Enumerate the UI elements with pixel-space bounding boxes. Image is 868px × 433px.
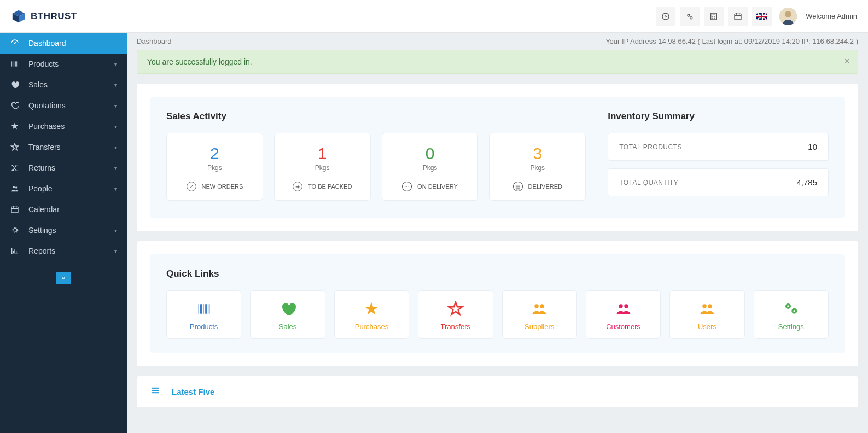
quick-link-suppliers[interactable]: Suppliers: [502, 290, 577, 339]
heart-outline-icon: [10, 101, 20, 110]
content: Dashboard Your IP Address 14.98.66.42 ( …: [127, 33, 868, 433]
sidebar-item-sales[interactable]: Sales ▾: [0, 74, 127, 95]
quick-link-label: Users: [674, 323, 739, 331]
sidebar-item-products[interactable]: Products ▾: [0, 54, 127, 74]
user-avatar[interactable]: [779, 8, 797, 25]
quick-link-products[interactable]: Products: [166, 290, 241, 339]
check-circle-icon: ✓: [187, 182, 196, 191]
sidebar-item-reports[interactable]: Reports ▾: [0, 241, 127, 261]
logo[interactable]: BTHRUST: [11, 9, 77, 24]
welcome-text[interactable]: Welcome Admin: [806, 12, 857, 20]
stat-label: NEW ORDERS: [202, 183, 243, 190]
stat-value: 2: [172, 144, 257, 163]
ip-info: Your IP Address 14.98.66.42 ( Last login…: [605, 37, 858, 45]
alert-close-icon[interactable]: ×: [844, 56, 850, 67]
quick-link-label: Transfers: [423, 323, 488, 331]
barcode-icon: [10, 60, 20, 68]
calendar-shortcut-icon[interactable]: [728, 7, 748, 26]
stat-value: 0: [388, 144, 473, 163]
sidebar-collapse: «: [0, 268, 127, 284]
quick-link-users[interactable]: Users: [669, 290, 744, 339]
sidebar-item-settings[interactable]: Settings ▾: [0, 220, 127, 241]
svg-point-46: [540, 304, 544, 308]
shuffle-icon: [10, 163, 20, 172]
quick-link-label: Customers: [591, 323, 656, 331]
stat-card-new-orders[interactable]: 2 Pkgs ✓ NEW ORDERS: [166, 133, 263, 201]
sidebar-item-calendar[interactable]: Calendar: [0, 199, 127, 220]
quick-link-transfers[interactable]: Transfers: [418, 290, 493, 339]
collapse-button[interactable]: «: [56, 272, 71, 284]
gear-icon: [10, 226, 20, 235]
dots-circle-icon: ⋯: [402, 182, 412, 191]
dashboard-icon: [10, 39, 20, 48]
settings-shortcut-icon[interactable]: [680, 7, 700, 26]
stat-value: 3: [495, 144, 580, 163]
svg-point-4: [688, 14, 690, 16]
latest-title: Latest Five: [172, 387, 214, 396]
svg-point-18: [785, 11, 791, 17]
sidebar-item-transfers[interactable]: Transfers ▾: [0, 137, 127, 157]
svg-point-45: [534, 304, 539, 308]
star-outline-icon: [10, 143, 20, 151]
chevron-down-icon: ▾: [114, 144, 117, 150]
arrow-circle-icon: ➜: [293, 182, 302, 191]
chevron-down-icon: ▾: [114, 165, 117, 171]
quick-link-purchases[interactable]: Purchases: [334, 290, 409, 339]
svg-rect-12: [735, 14, 741, 20]
header-actions: Welcome Admin: [656, 7, 857, 26]
stat-value: 1: [280, 144, 365, 163]
quick-link-customers[interactable]: Customers: [586, 290, 661, 339]
svg-point-50: [708, 304, 712, 308]
svg-point-49: [702, 304, 707, 308]
svg-point-5: [690, 16, 692, 19]
sidebar-item-quotations[interactable]: Quotations ▾: [0, 95, 127, 116]
header: BTHRUST Welcome Admin: [0, 0, 868, 33]
sidebar-item-people[interactable]: People ▾: [0, 178, 127, 199]
sidebar-label: Reports: [28, 247, 55, 255]
sidebar-label: Calendar: [28, 205, 60, 214]
chevron-down-icon: ▾: [114, 82, 117, 88]
quick-link-sales[interactable]: Sales: [250, 290, 325, 339]
latest-panel: Latest Five: [137, 376, 858, 407]
dashboard-shortcut-icon[interactable]: [656, 7, 675, 26]
summary-value: 4,785: [796, 178, 817, 187]
summary-row-quantity: TOTAL QUANTITY 4,785: [608, 168, 829, 196]
svg-point-47: [619, 304, 623, 308]
sidebar-label: People: [28, 184, 53, 193]
sidebar-label: Quotations: [28, 101, 66, 110]
sidebar-item-returns[interactable]: Returns ▾: [0, 157, 127, 178]
list-icon: [150, 385, 161, 399]
sidebar-item-purchases[interactable]: Purchases ▾: [0, 116, 127, 137]
summary-row-products: TOTAL PRODUCTS 10: [608, 133, 829, 161]
svg-point-19: [14, 43, 15, 43]
sidebar-item-dashboard[interactable]: Dashboard: [0, 33, 127, 54]
star-outline-icon: [423, 301, 488, 317]
barcode-icon: [171, 301, 236, 317]
section-title: Inventory Summary: [608, 111, 829, 122]
breadcrumb-bar: Dashboard Your IP Address 14.98.66.42 ( …: [127, 33, 868, 50]
chevron-down-icon: ▾: [114, 186, 117, 192]
chevron-down-icon: ▾: [114, 124, 117, 130]
sidebar-label: Dashboard: [28, 39, 66, 48]
calendar-icon: [10, 205, 20, 214]
summary-label: TOTAL QUANTITY: [619, 179, 678, 186]
stat-unit: Pkgs: [280, 164, 365, 172]
quick-link-settings[interactable]: Settings: [754, 290, 829, 339]
chevron-down-icon: ▾: [114, 103, 117, 109]
sidebar-label: Sales: [28, 80, 48, 89]
stat-card-delivered[interactable]: 3 Pkgs ▤ DELIVERED: [489, 133, 586, 201]
calculator-shortcut-icon[interactable]: [704, 7, 724, 26]
stat-card-to-be-packed[interactable]: 1 Pkgs ➜ TO BE PACKED: [274, 133, 371, 201]
alert-message: You are successfully logged in.: [147, 57, 252, 66]
svg-rect-28: [11, 207, 18, 213]
svg-point-54: [794, 310, 796, 312]
quick-link-label: Products: [171, 323, 236, 331]
stat-unit: Pkgs: [495, 164, 580, 172]
language-flag-icon[interactable]: [752, 7, 772, 26]
star-icon: [10, 122, 20, 131]
users-icon: [674, 301, 739, 317]
stat-card-on-delivery[interactable]: 0 Pkgs ⋯ ON DELIVERY: [382, 133, 479, 201]
svg-point-26: [13, 186, 15, 188]
quick-links-panel: Quick Links Products Sales Purchases: [137, 241, 858, 366]
overview-panel: Sales Activity 2 Pkgs ✓ NEW ORDERS: [137, 84, 858, 231]
